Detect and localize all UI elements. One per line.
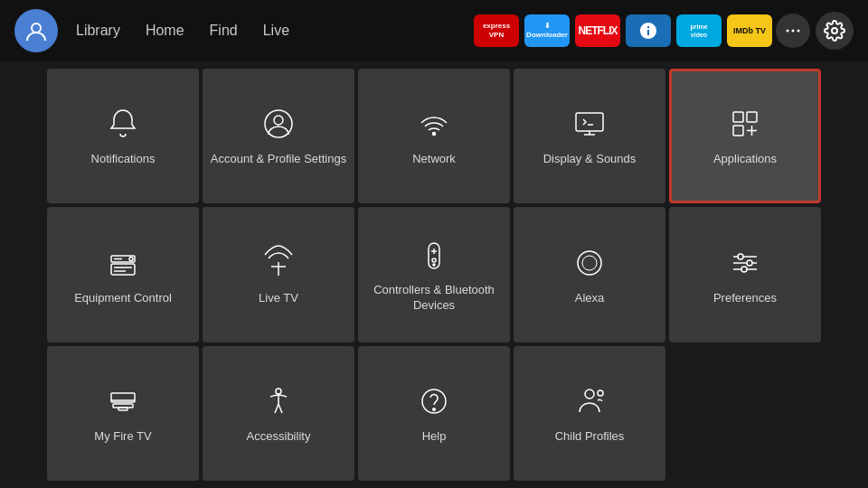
- equipment-icon: [104, 244, 142, 282]
- help-label: Help: [422, 429, 447, 445]
- user-avatar[interactable]: [14, 9, 58, 52]
- grid-item-controllers[interactable]: Controllers & Bluetooth Devices: [358, 207, 510, 342]
- account-label: Account & Profile Settings: [211, 152, 346, 167]
- svg-rect-21: [429, 243, 439, 268]
- settings-grid: Notifications Account & Profile Settings…: [0, 61, 868, 488]
- grid-item-preferences[interactable]: Preferences: [669, 207, 821, 342]
- svg-rect-35: [118, 408, 127, 410]
- svg-point-26: [578, 251, 601, 275]
- grid-item-my-fire-tv[interactable]: My Fire TV: [47, 346, 199, 481]
- svg-point-6: [274, 116, 283, 125]
- top-navigation: Library Home Find Live expressVPN ⬇Downl…: [0, 0, 868, 61]
- more-apps-button[interactable]: [776, 14, 810, 48]
- grid-item-accessibility[interactable]: Accessibility: [203, 346, 354, 481]
- network-label: Network: [412, 152, 456, 167]
- nav-live[interactable]: Live: [263, 23, 289, 39]
- svg-point-43: [598, 390, 603, 396]
- svg-point-25: [433, 264, 435, 266]
- grid-item-display[interactable]: Display & Sounds: [514, 69, 665, 203]
- svg-point-24: [432, 258, 436, 262]
- grid-item-network[interactable]: Network: [358, 69, 510, 203]
- nav-home[interactable]: Home: [146, 23, 184, 39]
- settings-button[interactable]: [816, 12, 854, 50]
- svg-point-33: [741, 267, 747, 272]
- equipment-label: Equipment Control: [74, 291, 172, 306]
- nav-links: Library Home Find Live: [76, 23, 289, 39]
- svg-rect-9: [733, 112, 743, 122]
- svg-point-0: [32, 23, 41, 33]
- live-tv-label: Live TV: [259, 291, 298, 306]
- user-circle-icon: [259, 105, 297, 143]
- app-unknown-blue[interactable]: [626, 14, 671, 47]
- app-expressvpn[interactable]: expressVPN: [474, 14, 519, 47]
- app-imdb-tv[interactable]: IMDb TV: [727, 14, 772, 47]
- firetv-icon: [104, 382, 142, 420]
- app-prime-video[interactable]: primevideo: [676, 14, 722, 47]
- app-icons-bar: expressVPN ⬇Downloader NETFLIX primevide…: [474, 14, 772, 47]
- notifications-label: Notifications: [91, 152, 156, 167]
- nav-library[interactable]: Library: [76, 23, 120, 39]
- app-netflix[interactable]: NETFLIX: [575, 14, 620, 47]
- grid-item-child-profiles[interactable]: Child Profiles: [514, 346, 665, 481]
- svg-point-32: [747, 260, 752, 266]
- svg-point-7: [433, 133, 436, 136]
- grid-item-notifications[interactable]: Notifications: [47, 69, 199, 203]
- grid-item-equipment[interactable]: Equipment Control: [47, 207, 199, 342]
- grid-item-applications[interactable]: Applications: [669, 69, 821, 203]
- alexa-label: Alexa: [575, 291, 605, 306]
- display-icon: [571, 105, 609, 143]
- svg-point-2: [792, 30, 795, 33]
- grid-item-account[interactable]: Account & Profile Settings: [203, 69, 354, 203]
- my-fire-tv-label: My Fire TV: [94, 429, 151, 445]
- applications-icon: [726, 105, 764, 143]
- applications-label: Applications: [713, 152, 777, 167]
- grid-item-live-tv[interactable]: Live TV: [203, 207, 354, 342]
- svg-point-42: [585, 389, 594, 399]
- preferences-label: Preferences: [713, 291, 777, 306]
- svg-point-4: [832, 28, 837, 33]
- svg-rect-11: [733, 126, 743, 136]
- display-label: Display & Sounds: [543, 152, 637, 167]
- svg-point-27: [582, 256, 597, 270]
- bell-icon: [104, 105, 142, 143]
- svg-point-1: [787, 30, 789, 33]
- grid-item-alexa[interactable]: Alexa: [514, 207, 665, 342]
- help-icon: [415, 382, 453, 420]
- svg-rect-14: [111, 264, 135, 275]
- child-icon: [571, 382, 609, 420]
- antenna-icon: [259, 244, 297, 282]
- remote-icon: [415, 236, 453, 274]
- svg-point-17: [129, 257, 133, 260]
- svg-rect-10: [747, 112, 757, 122]
- grid-item-help[interactable]: Help: [358, 346, 510, 481]
- svg-rect-8: [576, 113, 603, 131]
- nav-find[interactable]: Find: [210, 23, 238, 39]
- controllers-label: Controllers & Bluetooth Devices: [365, 283, 503, 314]
- svg-point-31: [738, 254, 743, 259]
- svg-point-41: [433, 408, 435, 410]
- wifi-icon: [415, 105, 453, 143]
- accessibility-icon: [259, 382, 297, 420]
- child-profiles-label: Child Profiles: [555, 429, 625, 445]
- accessibility-label: Accessibility: [247, 429, 311, 445]
- svg-point-38: [276, 389, 281, 394]
- alexa-icon: [571, 244, 609, 282]
- app-downloader[interactable]: ⬇Downloader: [524, 14, 570, 47]
- sliders-icon: [726, 244, 764, 282]
- svg-point-3: [797, 30, 800, 33]
